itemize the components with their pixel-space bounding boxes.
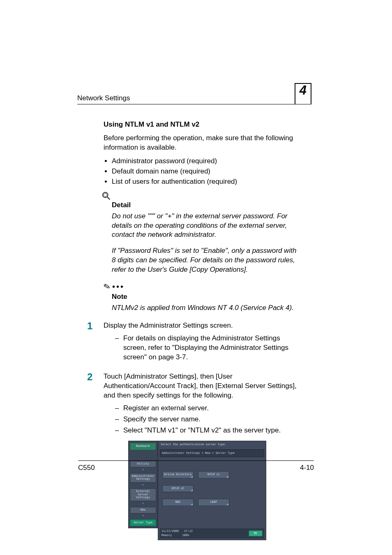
heading-ntlm: Using NTLM v1 and NTLM v2 — [104, 120, 299, 130]
footer-page: 4-10 — [300, 463, 314, 473]
breadcrumb: Administrator Settings > New > Server Ty… — [160, 449, 264, 457]
intro-paragraph: Before performing the operation, make su… — [104, 134, 299, 153]
detail-body: Do not use """ or "+" in the external se… — [112, 212, 299, 275]
detail-block: Detail Do not use """ or "+" in the exte… — [104, 192, 299, 275]
sub-item: Select "NTLM v1" or "NTLM v2" as the ser… — [123, 426, 281, 435]
prereq-list: Administrator password (required) Defaul… — [104, 157, 299, 187]
dash-icon: – — [115, 404, 123, 413]
page: Network Settings 4 Using NTLM v1 and NTL… — [0, 0, 392, 555]
list-item: List of users for authentication (requir… — [112, 177, 299, 187]
note-icon-row: ✎••• — [104, 281, 299, 292]
nav-server-type-current[interactable]: Server Type — [130, 519, 156, 526]
status-text: 11/17/2006 17:12 Memory 100% — [161, 530, 193, 537]
panel-instruction: Select the authentication server type. — [158, 441, 266, 448]
sub-item: Register an external server. — [123, 404, 209, 413]
option-nds[interactable]: NDS — [162, 499, 194, 506]
svg-line-2 — [107, 197, 110, 199]
detail-p1: Do not use """ or "+" in the external se… — [112, 212, 299, 240]
magnifier-icon — [102, 192, 111, 201]
note-title: Note — [112, 292, 299, 302]
status-bar: 11/17/2006 17:12 Memory 100% OK — [160, 528, 264, 539]
dash-icon: – — [115, 426, 123, 435]
step-number: 2 — [87, 372, 104, 382]
step-number: 1 — [87, 321, 104, 331]
ok-button[interactable]: OK — [249, 530, 263, 536]
touchscreen-ui: Bookmark Utility ▾ Administrator Setting… — [128, 441, 266, 540]
chevron-down-icon: ▾ — [130, 502, 156, 505]
nav-new[interactable]: New — [130, 507, 156, 513]
touchscreen-main: Select the authentication server type. A… — [158, 441, 266, 540]
sub-item: For details on displaying the Administra… — [123, 334, 299, 362]
step-1-sublist: –For details on displaying the Administr… — [104, 334, 299, 362]
bookmark-tab[interactable]: Bookmark — [130, 443, 156, 450]
nav-admin-settings[interactable]: Administrator Settings — [130, 473, 156, 483]
page-body: Using NTLM v1 and NTLM v2 Before perform… — [104, 120, 299, 540]
page-footer: C550 4-10 — [78, 460, 314, 473]
dots-icon: ••• — [112, 282, 125, 291]
option-ldap[interactable]: LDAP — [198, 499, 229, 506]
sub-item: Specify the server name. — [123, 415, 201, 424]
pencil-icon: ✎ — [102, 280, 112, 293]
touchscreen-sidebar: Bookmark Utility ▾ Administrator Setting… — [128, 441, 158, 528]
detail-title: Detail — [112, 201, 299, 210]
chevron-down-icon: ▾ — [130, 483, 156, 487]
step-2: 2 Touch [Administrator Settings], then [… — [104, 372, 299, 540]
chevron-down-icon: ▾ — [130, 514, 156, 518]
step-2-sublist: –Register an external server. –Specify t… — [104, 404, 299, 435]
option-ntlm-v2[interactable]: NTLM v2 — [162, 485, 194, 492]
note-block: ✎••• Note NTLMv2 is applied from Windows… — [104, 281, 299, 313]
step-1-text: Display the Administrator Settings scree… — [104, 321, 299, 331]
dash-icon: – — [115, 334, 123, 362]
detail-p2: If "Password Rules" is set to "Enable", … — [112, 246, 299, 275]
note-body: NTLMv2 is applied from Windows NT 4.0 (S… — [112, 303, 299, 313]
chapter-number: 4 — [295, 83, 311, 104]
dash-icon: – — [115, 415, 123, 424]
svg-point-0 — [103, 192, 108, 197]
page-header: Network Settings 4 — [77, 82, 311, 104]
step-2-text: Touch [Administrator Settings], then [Us… — [104, 372, 299, 400]
svg-point-1 — [104, 193, 107, 197]
section-title: Network Settings — [77, 94, 130, 103]
list-item: Administrator password (required) — [112, 157, 299, 166]
step-1: 1 Display the Administrator Settings scr… — [104, 321, 299, 364]
list-item: Default domain name (required) — [112, 167, 299, 176]
footer-model: C550 — [78, 463, 95, 473]
nav-ext-server[interactable]: External Server Settings — [130, 488, 156, 501]
